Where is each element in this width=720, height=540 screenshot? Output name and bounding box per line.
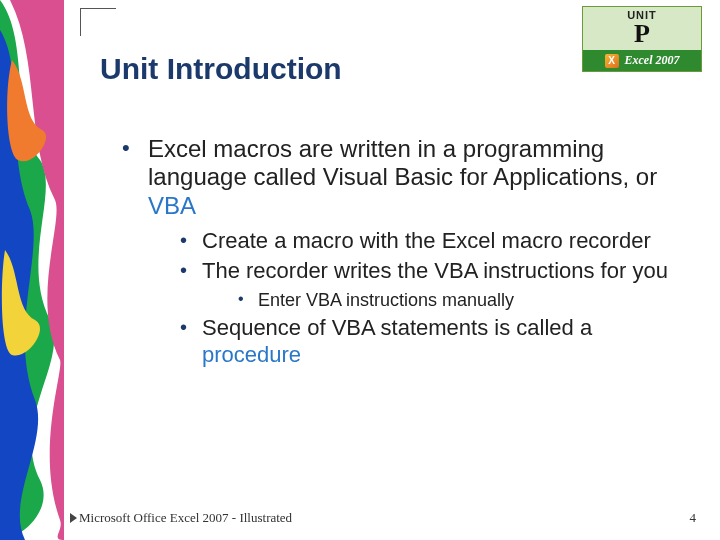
corner-rule-horizontal: [80, 8, 116, 9]
corner-rule-vertical: [80, 8, 81, 36]
page-number: 4: [690, 510, 697, 526]
bullet-text: The recorder writes the VBA instructions…: [202, 258, 668, 283]
bullet-text: Sequence of VBA statements is called a: [202, 315, 592, 340]
triangle-icon: [70, 513, 77, 523]
bullet-level3: Enter VBA instructions manually: [238, 289, 678, 312]
footer-text: Microsoft Office Excel 2007 - Illustrate…: [79, 510, 292, 526]
content-area: Excel macros are written in a programmin…: [118, 135, 678, 372]
unit-badge: UNIT P X Excel 2007: [582, 6, 702, 72]
decorative-art-strip: [0, 0, 64, 540]
page-title: Unit Introduction: [100, 52, 342, 86]
unit-badge-letter: P: [583, 21, 701, 50]
bullet-level2: The recorder writes the VBA instructions…: [178, 258, 678, 284]
bullet-level1: Excel macros are written in a programmin…: [118, 135, 678, 220]
bullet-level2: Sequence of VBA statements is called a p…: [178, 315, 678, 368]
bullet-level2: Create a macro with the Excel macro reco…: [178, 228, 678, 254]
unit-badge-product: X Excel 2007: [583, 50, 701, 71]
footer-left: Microsoft Office Excel 2007 - Illustrate…: [70, 510, 292, 526]
bullet-text: Create a macro with the Excel macro reco…: [202, 228, 651, 253]
bullet-text: Enter VBA instructions manually: [258, 290, 514, 310]
excel-logo-icon: X: [605, 54, 619, 68]
highlight-term: procedure: [202, 342, 301, 367]
highlight-term: VBA: [148, 192, 196, 219]
unit-badge-product-text: Excel 2007: [625, 53, 680, 68]
bullet-text: Excel macros are written in a programmin…: [148, 135, 657, 190]
